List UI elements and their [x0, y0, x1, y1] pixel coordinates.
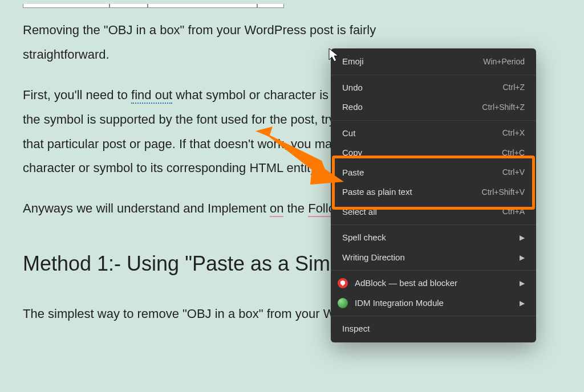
menu-item-shortcut: Ctrl+A: [502, 206, 525, 218]
table-border-remnant: [23, 0, 285, 5]
menu-item-label: Paste: [342, 166, 502, 179]
text: Anyways we will understand and Implement: [23, 201, 270, 215]
menu-item-paste-as-plain-text[interactable]: Paste as plain textCtrl+Shift+V: [331, 182, 536, 202]
idm-icon: [338, 298, 348, 308]
menu-item-shortcut: Ctrl+X: [502, 127, 525, 139]
menu-item-copy[interactable]: CopyCtrl+C: [331, 143, 536, 163]
menu-item-undo[interactable]: UndoCtrl+Z: [331, 78, 536, 98]
menu-item-cut[interactable]: CutCtrl+X: [331, 124, 536, 144]
menu-separator: [331, 224, 536, 225]
menu-item-label: Paste as plain text: [342, 186, 482, 199]
link-find-out[interactable]: find out: [131, 88, 172, 104]
adblock-icon: [338, 278, 348, 288]
submenu-arrow-icon: ▶: [520, 298, 525, 308]
menu-item-label: IDM Integration Module: [355, 297, 515, 310]
menu-item-label: Writing Direction: [342, 251, 515, 264]
menu-item-label: AdBlock — best ad blocker: [355, 277, 515, 290]
submenu-arrow-icon: ▶: [520, 232, 525, 243]
menu-separator: [331, 316, 536, 316]
menu-item-spell-check[interactable]: Spell check▶: [331, 228, 536, 248]
menu-item-label: Spell check: [342, 231, 515, 244]
menu-item-writing-direction[interactable]: Writing Direction▶: [331, 248, 536, 268]
menu-item-shortcut: Ctrl+Shift+Z: [482, 101, 525, 113]
menu-item-shortcut: Win+Period: [483, 56, 525, 68]
menu-item-label: Emoji: [342, 55, 483, 68]
menu-item-label: Inspect: [342, 322, 525, 336]
menu-item-shortcut: Ctrl+V: [502, 166, 525, 178]
menu-item-label: Redo: [342, 101, 482, 114]
menu-item-shortcut: Ctrl+C: [502, 147, 525, 159]
menu-item-idm-integration-module[interactable]: IDM Integration Module▶: [331, 293, 536, 313]
text: the: [283, 201, 308, 215]
menu-item-emoji[interactable]: EmojiWin+Period: [331, 52, 536, 72]
menu-item-adblock-best-ad-blocker[interactable]: AdBlock — best ad blocker▶: [331, 273, 536, 293]
menu-item-label: Copy: [342, 146, 502, 160]
menu-item-label: Select all: [342, 206, 502, 219]
menu-item-shortcut: Ctrl+Shift+V: [482, 186, 525, 198]
menu-item-inspect[interactable]: Inspect: [331, 319, 536, 339]
text: First, you'll need to: [23, 88, 131, 102]
grammar-error: on: [270, 201, 283, 217]
submenu-arrow-icon: ▶: [520, 252, 525, 263]
menu-separator: [331, 75, 536, 75]
menu-item-label: Undo: [342, 81, 503, 95]
menu-item-paste[interactable]: PasteCtrl+V: [331, 163, 536, 183]
submenu-arrow-icon: ▶: [520, 278, 525, 288]
context-menu: EmojiWin+PeriodUndoCtrl+ZRedoCtrl+Shift+…: [331, 48, 536, 342]
menu-separator: [331, 120, 536, 121]
menu-item-select-all[interactable]: Select allCtrl+A: [331, 202, 536, 222]
menu-item-redo[interactable]: RedoCtrl+Shift+Z: [331, 97, 536, 117]
menu-separator: [331, 270, 536, 271]
menu-item-shortcut: Ctrl+Z: [503, 81, 525, 93]
menu-item-label: Cut: [342, 127, 502, 140]
